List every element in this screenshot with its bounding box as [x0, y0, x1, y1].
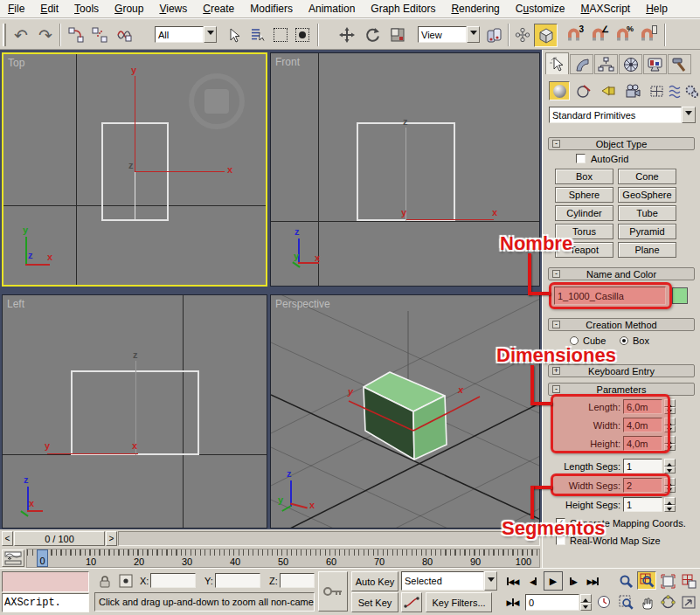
- current-frame-field[interactable]: 0: [525, 594, 579, 611]
- selection-lock-icon[interactable]: [96, 572, 114, 590]
- spinner-snap-toggle-icon[interactable]: [635, 24, 658, 45]
- undo-icon[interactable]: ↶: [10, 24, 31, 45]
- viewport-label[interactable]: Top: [8, 57, 24, 69]
- percent-snap-toggle-icon[interactable]: %: [611, 24, 634, 45]
- redo-icon[interactable]: ↷: [35, 24, 56, 45]
- menu-modifiers[interactable]: Modifiers: [242, 0, 301, 17]
- height-segs-field[interactable]: 1: [623, 497, 662, 512]
- select-and-move-icon[interactable]: [336, 24, 357, 45]
- maxscript-listener[interactable]: AXScript.: [2, 593, 89, 612]
- selection-set-dropdown-arrow[interactable]: [484, 571, 497, 591]
- subtab-helpers[interactable]: [647, 81, 666, 100]
- angle-snap-toggle-icon[interactable]: ∠: [586, 24, 609, 45]
- use-pivot-point-center-icon[interactable]: [483, 24, 504, 45]
- object-button-cylinder[interactable]: Cylinder: [555, 205, 613, 221]
- menu-help[interactable]: Help: [638, 0, 676, 17]
- keyboard-override-key-icon[interactable]: [318, 571, 348, 612]
- menu-tools[interactable]: Tools: [66, 0, 107, 17]
- menu-create[interactable]: Create: [195, 0, 242, 17]
- absolute-offset-toggle-icon[interactable]: [117, 572, 135, 590]
- viewport-label[interactable]: Left: [7, 298, 24, 310]
- category-dropdown-arrow[interactable]: [682, 107, 696, 123]
- go-to-end-icon[interactable]: ▶▶: [584, 573, 602, 590]
- auto-key-button[interactable]: Auto Key: [351, 571, 399, 591]
- region-zoom-icon[interactable]: [616, 593, 635, 612]
- subtab-systems[interactable]: [683, 81, 700, 100]
- reference-coordinate-dropdown[interactable]: View: [418, 26, 467, 43]
- key-mode-toggle-icon[interactable]: ▶◀: [503, 594, 522, 611]
- object-button-box[interactable]: Box: [555, 169, 613, 184]
- object-button-sphere[interactable]: Sphere: [555, 187, 613, 203]
- current-frame-marker[interactable]: 0: [37, 549, 48, 567]
- menu-edit[interactable]: Edit: [32, 0, 66, 17]
- track-bar-ruler[interactable]: 0 10 20 30 40 50 60 70 80 90 100: [26, 549, 540, 568]
- snap-3d-icon[interactable]: 3: [562, 24, 585, 45]
- viewport-left[interactable]: z y x z x Left: [2, 294, 267, 529]
- tab-hierarchy[interactable]: [594, 54, 618, 74]
- tab-display[interactable]: [643, 54, 667, 74]
- x-coordinate-field[interactable]: [150, 573, 196, 588]
- zoom-all-icon[interactable]: [637, 571, 656, 590]
- select-and-manipulate-icon[interactable]: [512, 24, 533, 45]
- frame-spinner[interactable]: [580, 594, 592, 611]
- unlink-selection-icon[interactable]: [89, 24, 110, 45]
- play-animation-icon[interactable]: ▶: [544, 571, 563, 591]
- object-button-geosphere[interactable]: GeoSphere: [618, 187, 676, 203]
- time-slider-track[interactable]: [118, 531, 540, 546]
- subtab-lights[interactable]: [598, 81, 619, 100]
- bind-to-space-warp-icon[interactable]: [113, 24, 135, 45]
- menu-rendering[interactable]: Rendering: [443, 0, 507, 17]
- subtab-space-warps[interactable]: [666, 81, 685, 100]
- reference-coordinate-dropdown-arrow[interactable]: [467, 26, 480, 43]
- selection-filter-dropdown[interactable]: All: [155, 26, 204, 43]
- object-button-pyramid[interactable]: Pyramid: [618, 224, 676, 239]
- select-and-rotate-icon[interactable]: [362, 24, 383, 45]
- menu-maxscript[interactable]: MAXScript: [573, 0, 639, 17]
- width-spinner[interactable]: [664, 418, 676, 432]
- select-by-name-icon[interactable]: [247, 24, 268, 45]
- object-button-tube[interactable]: Tube: [618, 205, 676, 221]
- menu-file[interactable]: File: [0, 0, 32, 17]
- height-field[interactable]: 4,0m: [623, 436, 662, 451]
- tab-utilities[interactable]: [668, 54, 691, 74]
- next-frame-icon[interactable]: ▶: [565, 573, 581, 590]
- window-crossing-icon[interactable]: [292, 24, 313, 45]
- subtab-shapes[interactable]: [573, 81, 594, 100]
- rollout-creation-method[interactable]: - Creation Method: [548, 318, 695, 331]
- viewport-top[interactable]: y x z y x z Top: [2, 52, 267, 287]
- snaps-toggle-icon[interactable]: [534, 24, 558, 47]
- radio-box[interactable]: [620, 336, 628, 345]
- zoom-extents-all-icon[interactable]: [679, 572, 698, 591]
- time-slider-next-button[interactable]: >: [106, 531, 117, 546]
- menu-views[interactable]: Views: [151, 0, 195, 17]
- tab-modify[interactable]: [570, 54, 593, 74]
- object-name-field[interactable]: 1_1000_Casilla: [554, 287, 666, 305]
- object-color-swatch[interactable]: [672, 287, 688, 304]
- select-and-link-icon[interactable]: [66, 24, 87, 45]
- category-dropdown[interactable]: Standard Primitives: [549, 107, 682, 123]
- tab-create[interactable]: [545, 52, 569, 74]
- width-segs-spinner[interactable]: [664, 478, 676, 493]
- object-button-plane[interactable]: Plane: [618, 242, 676, 258]
- menu-graph-editors[interactable]: Graph Editors: [363, 0, 443, 17]
- menu-customize[interactable]: Customize: [508, 0, 573, 17]
- viewport-label[interactable]: Front: [275, 56, 300, 68]
- go-to-start-icon[interactable]: ◀◀: [503, 573, 522, 590]
- time-slider-handle[interactable]: 0 / 100: [14, 531, 105, 546]
- previous-frame-icon[interactable]: ◀: [525, 573, 541, 590]
- menu-animation[interactable]: Animation: [301, 0, 363, 17]
- maxscript-listener-pink[interactable]: [2, 571, 89, 592]
- rectangular-selection-region-icon[interactable]: [270, 24, 291, 45]
- selection-filter-dropdown-arrow[interactable]: [204, 26, 217, 43]
- arc-rotate-icon[interactable]: [658, 593, 677, 612]
- tab-motion[interactable]: [619, 54, 642, 74]
- zoom-icon[interactable]: [616, 572, 635, 591]
- select-object-icon[interactable]: [225, 24, 245, 45]
- subtab-cameras[interactable]: [622, 81, 643, 100]
- min-max-toggle-icon[interactable]: [679, 593, 698, 612]
- selection-set-dropdown[interactable]: Selected: [401, 571, 484, 591]
- set-key-button[interactable]: Set Key: [351, 592, 399, 612]
- autogrid-checkbox[interactable]: [576, 154, 586, 163]
- key-filters-button[interactable]: Key Filters...: [426, 592, 492, 612]
- rollout-parameters[interactable]: - Parameters: [548, 383, 695, 396]
